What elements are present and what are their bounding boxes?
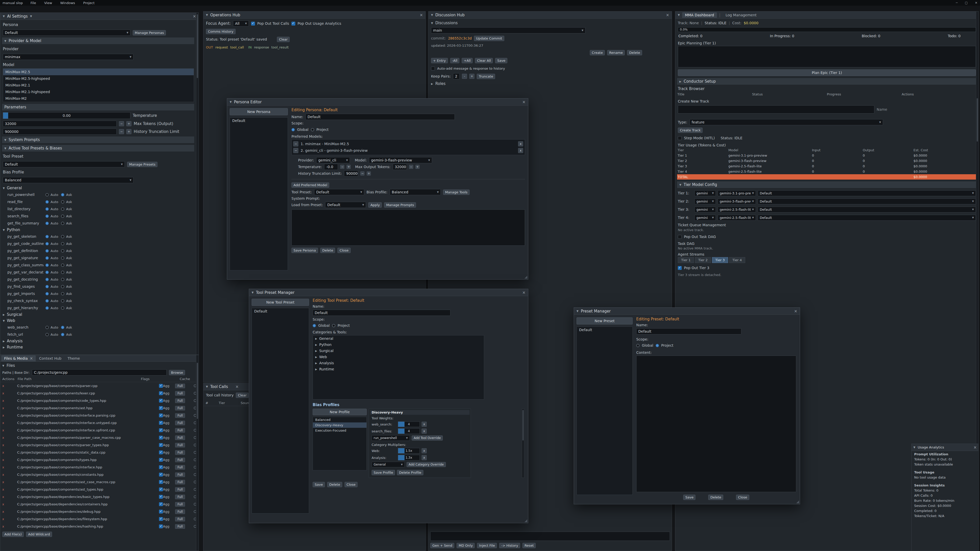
- max-tokens-input[interactable]: 32000: [3, 121, 117, 127]
- rename-button[interactable]: Rename: [607, 50, 625, 56]
- pop-usage-checkbox[interactable]: [291, 22, 295, 25]
- remove-button[interactable]: x: [518, 141, 523, 146]
- full-button[interactable]: Full: [175, 495, 185, 499]
- manage-prompts-button[interactable]: Manage Prompts: [384, 202, 416, 208]
- remove-file-button[interactable]: x: [2, 399, 17, 403]
- auto-radio[interactable]: [45, 292, 49, 295]
- tab-files-media[interactable]: Files & Media×: [1, 355, 36, 362]
- agg-checkbox[interactable]: [159, 473, 163, 476]
- category-row[interactable]: ▶Runtime: [313, 366, 484, 372]
- project-radio[interactable]: [311, 128, 314, 131]
- add-tool-override-button[interactable]: Add Tool Override: [412, 435, 443, 441]
- remove-button[interactable]: x: [422, 429, 427, 433]
- tab-context-hub[interactable]: Context Hub: [36, 356, 64, 361]
- base-dir-input[interactable]: C:/projects/gencpp: [32, 369, 167, 375]
- menu-item[interactable]: View: [43, 1, 53, 5]
- message-input[interactable]: [430, 532, 670, 541]
- list-item[interactable]: Default: [230, 118, 288, 124]
- scrollbar-thumb[interactable]: [197, 363, 198, 419]
- weight-slider[interactable]: 4: [398, 428, 420, 434]
- profile-item[interactable]: Discovery-Heavy: [313, 422, 366, 428]
- auto-radio[interactable]: [45, 271, 49, 274]
- scrollbar[interactable]: [196, 355, 199, 551]
- close-icon[interactable]: ×: [235, 384, 239, 389]
- tool-preset-select[interactable]: Default▼: [3, 161, 125, 167]
- agg-checkbox[interactable]: [159, 399, 163, 403]
- agg-checkbox[interactable]: [159, 391, 163, 395]
- tool-preset-manager-header[interactable]: ▼ Tool Preset Manager ×: [249, 289, 528, 296]
- reset-button[interactable]: Reset: [522, 543, 536, 548]
- full-button[interactable]: Full: [175, 443, 185, 448]
- delete-button[interactable]: Delete: [327, 482, 342, 487]
- remove-file-button[interactable]: x: [2, 503, 17, 506]
- persona-select[interactable]: Default▼: [3, 30, 130, 36]
- remove-button[interactable]: x: [422, 455, 427, 460]
- close-icon[interactable]: ×: [522, 290, 525, 295]
- tool-group[interactable]: ▼Python: [3, 227, 193, 233]
- add-files-button[interactable]: Add File(s): [2, 532, 24, 537]
- ask-radio[interactable]: [61, 256, 64, 260]
- remove-file-button[interactable]: x: [2, 465, 17, 469]
- ask-radio[interactable]: [61, 285, 64, 288]
- agg-checkbox[interactable]: [159, 502, 163, 506]
- category-row[interactable]: ▶Analysis: [313, 360, 484, 366]
- auto-radio[interactable]: [45, 264, 49, 267]
- agg-checkbox[interactable]: [159, 487, 163, 491]
- increment-button[interactable]: +: [126, 121, 131, 126]
- preset-manager-header[interactable]: ▼ Preset Manager ×: [574, 308, 800, 315]
- agg-checkbox[interactable]: [159, 421, 163, 425]
- auto-radio[interactable]: [45, 207, 49, 211]
- ask-radio[interactable]: [61, 242, 64, 245]
- auto-radio[interactable]: [45, 214, 49, 218]
- model-select[interactable]: gemini-3-flash-preview▼: [718, 198, 756, 204]
- full-button[interactable]: Full: [175, 421, 185, 425]
- auto-radio[interactable]: [45, 193, 49, 197]
- remove-file-button[interactable]: x: [2, 421, 17, 425]
- tool-group[interactable]: ▼General: [3, 185, 193, 191]
- preset-select[interactable]: Default▼: [758, 215, 976, 221]
- tier-model-config-section[interactable]: ▼Tier Model Config: [677, 181, 977, 188]
- clear-button[interactable]: Clear: [277, 37, 290, 42]
- global-radio[interactable]: [291, 128, 295, 131]
- bias-profile-select[interactable]: Balanced▼: [3, 177, 134, 183]
- pop-tier3-checkbox[interactable]: [678, 266, 682, 270]
- ask-radio[interactable]: [61, 299, 64, 303]
- system-prompt-textarea[interactable]: [291, 210, 525, 246]
- full-button[interactable]: Full: [175, 406, 185, 410]
- create-track-button[interactable]: Create Track: [678, 127, 703, 133]
- save-button[interactable]: Save: [683, 495, 695, 500]
- focus-agent-select[interactable]: All▼: [233, 21, 249, 27]
- stream-tab[interactable]: Tier 1: [678, 257, 694, 263]
- weight-slider[interactable]: 1.3x: [398, 455, 420, 460]
- auto-radio[interactable]: [45, 235, 49, 238]
- full-button[interactable]: Full: [175, 465, 185, 470]
- provider-select[interactable]: gemini▼: [694, 190, 716, 196]
- remove-file-button[interactable]: x: [2, 458, 17, 462]
- name-input[interactable]: Default: [305, 114, 455, 120]
- auto-radio[interactable]: [45, 306, 49, 310]
- history-limit-input[interactable]: 900000: [3, 129, 117, 135]
- delete-profile-button[interactable]: Delete Profile: [397, 470, 423, 475]
- full-button[interactable]: Full: [175, 524, 185, 529]
- weight-slider[interactable]: 1.5x: [398, 448, 420, 454]
- provider-select[interactable]: minimax▼: [3, 54, 134, 60]
- epic-planning-textarea[interactable]: [678, 46, 976, 67]
- full-button[interactable]: Full: [175, 428, 185, 433]
- preset-select[interactable]: Default▼: [758, 198, 976, 204]
- caret-down-icon[interactable]: ▼: [30, 15, 32, 17]
- md-only-button[interactable]: MD Only: [457, 543, 475, 548]
- close-button[interactable]: Close: [345, 482, 358, 487]
- model-select[interactable]: gemini-2.5-flash-lite▼: [718, 206, 756, 213]
- provider-select[interactable]: gemini▼: [694, 198, 716, 204]
- auto-radio[interactable]: [45, 256, 49, 260]
- weight-slider[interactable]: 4: [398, 421, 420, 427]
- discussion-select[interactable]: main▼: [431, 27, 585, 33]
- stream-tab[interactable]: Tier 3: [712, 257, 728, 263]
- ask-radio[interactable]: [61, 214, 64, 218]
- add-entry-button[interactable]: + Entry: [431, 58, 448, 63]
- tool-group[interactable]: ▶Runtime: [3, 344, 193, 350]
- remove-file-button[interactable]: x: [2, 414, 17, 417]
- remove-file-button[interactable]: x: [2, 451, 17, 454]
- ask-radio[interactable]: [61, 278, 64, 281]
- tool-preset-select[interactable]: Default▼: [314, 189, 364, 195]
